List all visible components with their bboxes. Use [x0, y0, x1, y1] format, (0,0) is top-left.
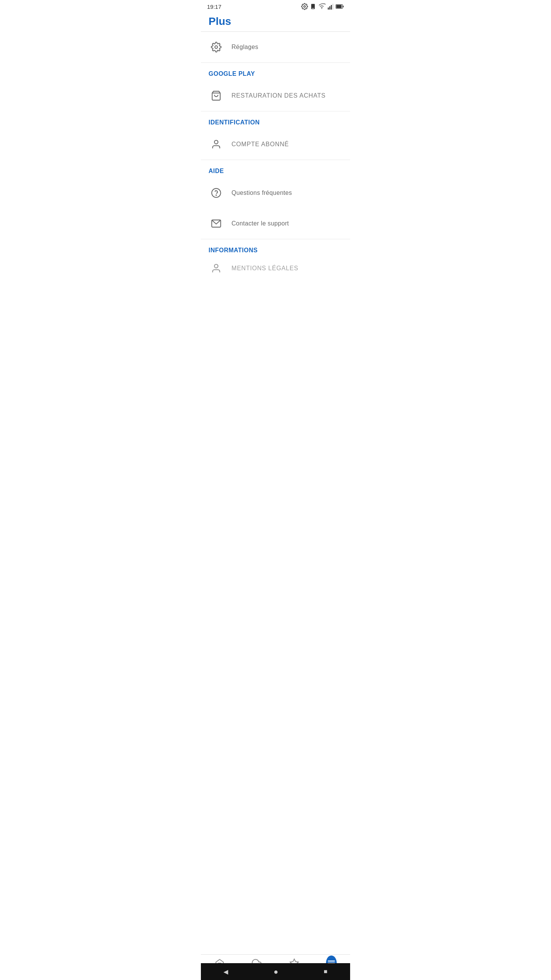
person-icon	[209, 137, 224, 152]
mentions-person-icon	[209, 261, 224, 276]
aide-title: AIDE	[209, 168, 224, 174]
menu-item-restauration[interactable]: RESTAURATION DES ACHATS	[201, 80, 350, 111]
status-icons	[301, 3, 344, 10]
storage-status-icon	[310, 3, 316, 10]
menu-item-support[interactable]: Contacter le support	[201, 208, 350, 239]
google-play-title: GOOGLE PLAY	[209, 70, 255, 77]
menu-item-reglages[interactable]: Réglages	[201, 32, 350, 62]
compte-label: COMPTE ABONNÉ	[231, 141, 289, 148]
section-aide: AIDE	[201, 160, 350, 178]
status-time: 19:17	[207, 3, 222, 10]
svg-point-17	[214, 265, 218, 268]
app-title: Plus	[209, 15, 231, 27]
question-icon	[209, 185, 224, 201]
mail-icon	[209, 216, 224, 231]
menu-item-faq[interactable]: Questions fréquentes	[201, 178, 350, 208]
svg-rect-5	[329, 6, 331, 10]
reglages-label: Réglages	[231, 44, 258, 51]
svg-rect-4	[328, 8, 329, 10]
informations-title: INFORMATIONS	[209, 247, 258, 253]
faq-label: Questions fréquentes	[231, 189, 292, 196]
bag-icon	[209, 88, 224, 103]
svg-point-3	[321, 8, 322, 9]
svg-rect-9	[343, 6, 344, 7]
mentions-label: MENTIONS LÉGALES	[231, 265, 298, 272]
svg-rect-10	[336, 5, 342, 8]
section-identification: IDENTIFICATION	[201, 111, 350, 129]
svg-point-13	[214, 140, 218, 144]
svg-rect-7	[333, 4, 334, 10]
identification-title: IDENTIFICATION	[209, 119, 260, 126]
status-bar: 19:17	[201, 0, 350, 11]
section-informations: INFORMATIONS	[201, 239, 350, 257]
svg-rect-6	[331, 5, 332, 10]
app-header: Plus	[201, 11, 350, 32]
menu-item-mentions[interactable]: MENTIONS LÉGALES	[201, 257, 350, 280]
content: Réglages GOOGLE PLAY RESTAURATION DES AC…	[201, 32, 350, 330]
svg-point-0	[304, 6, 306, 8]
signal-status-icon	[328, 3, 334, 10]
battery-status-icon	[336, 4, 344, 9]
svg-point-14	[212, 188, 220, 197]
settings-status-icon	[301, 3, 308, 10]
wifi-status-icon	[318, 3, 326, 10]
gear-icon	[209, 39, 224, 55]
support-label: Contacter le support	[231, 220, 289, 227]
restauration-label: RESTAURATION DES ACHATS	[231, 92, 326, 99]
svg-point-11	[215, 46, 218, 49]
svg-rect-2	[312, 8, 314, 8]
section-google-play: GOOGLE PLAY	[201, 63, 350, 80]
menu-item-compte[interactable]: COMPTE ABONNÉ	[201, 129, 350, 160]
